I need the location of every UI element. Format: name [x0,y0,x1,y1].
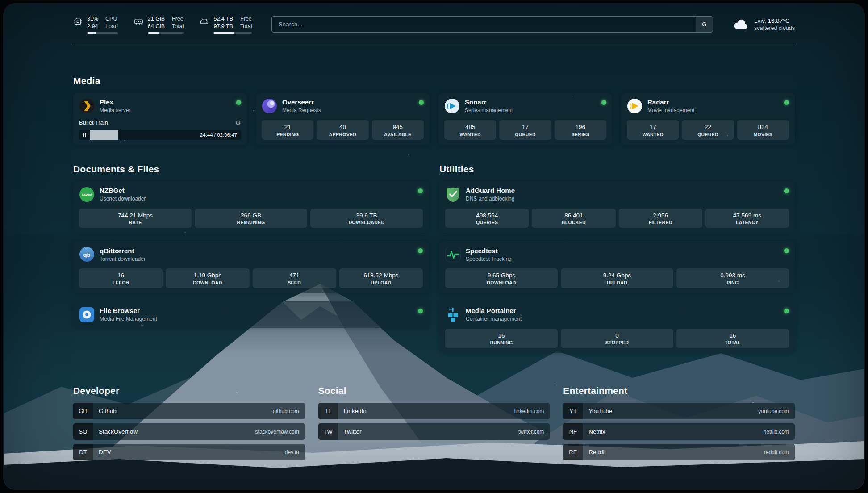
portainer-icon [445,307,461,322]
stat-value: 16 [678,332,787,340]
radarr-card[interactable]: Radarr Movie management 17 WANTED 22 QUE… [621,93,795,145]
overseerr-card[interactable]: Overseerr Media Requests 21 PENDING 40 A… [256,93,430,145]
stat-label: WANTED [629,132,677,137]
plex-card[interactable]: Plex Media server Bullet Train ⚙ [73,93,247,145]
bookmark-url: twitter.com [518,429,544,435]
stat-tile: 498,564 QUERIES [445,209,529,228]
filebrowser-icon [79,307,95,322]
adguard-card[interactable]: AdGuard Home DNS and adblocking 498,564 … [439,181,795,234]
nzbget-icon: nzbget [79,187,95,202]
media-heading: Media [73,75,795,86]
disk-bar [213,32,252,34]
card-subtitle: Torrent downloader [100,256,413,262]
gear-icon[interactable]: ⚙ [235,119,241,126]
dashboard-content: 31% CPU 2.94 Load 21 [4,4,864,480]
qbittorrent-icon: qb [79,246,95,262]
pause-button[interactable] [79,130,90,140]
bookmark-twitter[interactable]: TW Twitter twitter.com [318,423,550,440]
nzbget-card[interactable]: nzbget NZBGet Usenet downloader 744.21 M… [73,181,429,234]
disk-icon [200,17,209,26]
bookmark-url: dev.to [285,449,299,455]
cpu-icon [73,17,83,26]
stat-label: REMAINING [196,220,305,225]
playback-time: 24:44 / 02:06:47 [200,130,237,140]
memory-widget: 21 GiB Free 64 GiB Total [134,15,184,34]
disk-label-1: Free [240,15,252,22]
card-title: File Browser [100,307,413,315]
stat-tile: 22 QUEUED [682,120,734,140]
bookmark-name: LinkedIn [344,408,514,414]
status-dot [601,100,606,105]
stat-value: 471 [255,272,334,280]
card-subtitle: Media File Management [100,316,413,322]
stat-value: 86,401 [534,212,613,220]
stat-label: FILTERED [621,220,701,225]
stat-tile: 0 STOPPED [561,329,673,348]
bookmark-url: reddit.com [764,449,789,455]
status-dot [418,248,423,253]
card-title: AdGuard Home [466,187,779,195]
bookmark-name: Netflix [588,428,763,435]
stat-label: QUEUED [501,132,549,137]
status-dot [784,248,789,253]
bookmark-group-social: Social LI LinkedIn linkedin.com TW Twitt… [318,385,550,464]
search-provider-button[interactable]: G [696,17,713,32]
bookmark-abbr: RE [563,444,583,460]
card-title: Radarr [647,98,779,106]
stat-value: 17 [501,123,549,131]
bookmarks-section: Developer GH Github github.com SO StackO… [73,385,795,480]
svg-text:nzbget: nzbget [82,192,92,196]
card-subtitle: Media server [100,107,231,113]
sonarr-card[interactable]: Sonarr Series management 485 WANTED 17 Q… [438,93,612,145]
stat-label: RATE [81,220,190,225]
stat-tile: 1.19 Gbps DOWNLOAD [166,268,249,288]
status-dot [784,100,789,105]
card-title: qBittorrent [100,247,413,255]
entertainment-heading: Entertainment [563,385,795,396]
bookmark-github[interactable]: GH Github github.com [73,403,305,419]
stat-tile: 2,956 FILTERED [619,209,702,228]
bookmark-reddit[interactable]: RE Reddit reddit.com [563,444,795,460]
stat-label: QUEUED [684,132,732,137]
stat-value: 485 [446,123,494,131]
stat-tile: 16 LEECH [79,268,163,288]
radarr-icon [627,98,643,114]
filebrowser-card[interactable]: File Browser Media File Management [73,301,429,328]
search-bar: G [271,16,713,33]
disk-widget: 52.4 TB Free 97.9 TB Total [200,15,252,34]
stat-label: SERIES [556,132,605,137]
qbittorrent-card[interactable]: qb qBittorrent Torrent downloader 16 LEE… [73,241,429,293]
bookmark-name: StackOverflow [99,428,255,435]
social-heading: Social [318,385,550,396]
bookmark-abbr: SO [73,423,93,440]
plex-icon [79,98,95,114]
speedtest-card[interactable]: Speedtest Speedtest Tracking 9.65 Gbps D… [439,241,795,293]
topbar: 31% CPU 2.94 Load 21 [73,15,795,34]
bookmark-abbr: LI [318,403,338,419]
stat-tile: 9.65 Gbps DOWNLOAD [445,268,558,288]
bookmark-youtube[interactable]: YT YouTube youtube.com [563,403,795,419]
bookmark-name: Reddit [588,449,764,455]
status-dot [418,188,423,193]
bookmark-linkedin[interactable]: LI LinkedIn linkedin.com [318,403,550,419]
stat-label: DOWNLOAD [447,280,556,285]
card-title: NZBGet [100,187,413,195]
card-subtitle: Container management [466,316,779,322]
stat-label: UPLOAD [341,280,421,285]
cpu-bar [87,32,118,34]
search-input[interactable] [272,17,696,32]
stat-tile: 834 MOVIES [737,120,789,140]
weather-location: Lviv, 16.87°C [754,17,795,24]
bookmark-stackoverflow[interactable]: SO StackOverflow stackoverflow.com [73,423,305,440]
stat-label: LATENCY [707,220,787,225]
portainer-card[interactable]: Media Portainer Container management 16 … [439,301,795,354]
card-title: Plex [100,98,231,106]
cpu-label-2: Load [105,23,118,30]
stat-tile: 16 RUNNING [445,329,558,348]
bookmark-dev[interactable]: DT DEV dev.to [73,444,305,460]
bookmark-group-developer: Developer GH Github github.com SO StackO… [73,385,305,464]
memory-label-1: Free [172,15,184,22]
stat-value: 21 [263,123,312,131]
bookmark-netflix[interactable]: NF Netflix netflix.com [563,423,795,440]
stat-tile: 485 WANTED [444,120,496,140]
